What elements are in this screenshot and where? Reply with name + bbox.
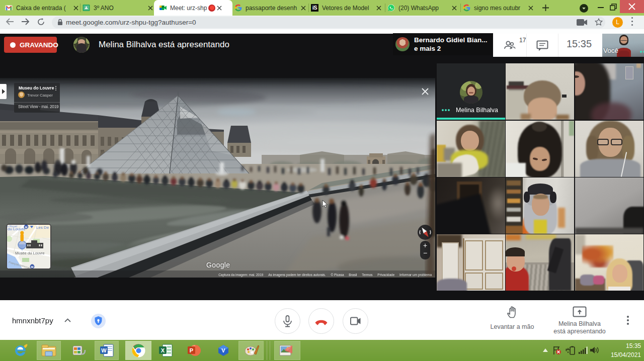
svg-text:P: P [190,347,193,353]
svg-text:X: X [161,347,165,353]
svg-text:V: V [221,347,225,353]
svg-text:M: M [31,265,34,268]
svg-text:W: W [101,347,107,353]
svg-text:s Royal: s Royal [7,225,17,228]
svg-text:Musée du Louvre: Musée du Louvre [15,251,45,255]
svg-text:Les De: Les De [36,225,49,230]
svg-text:M: M [25,226,28,229]
